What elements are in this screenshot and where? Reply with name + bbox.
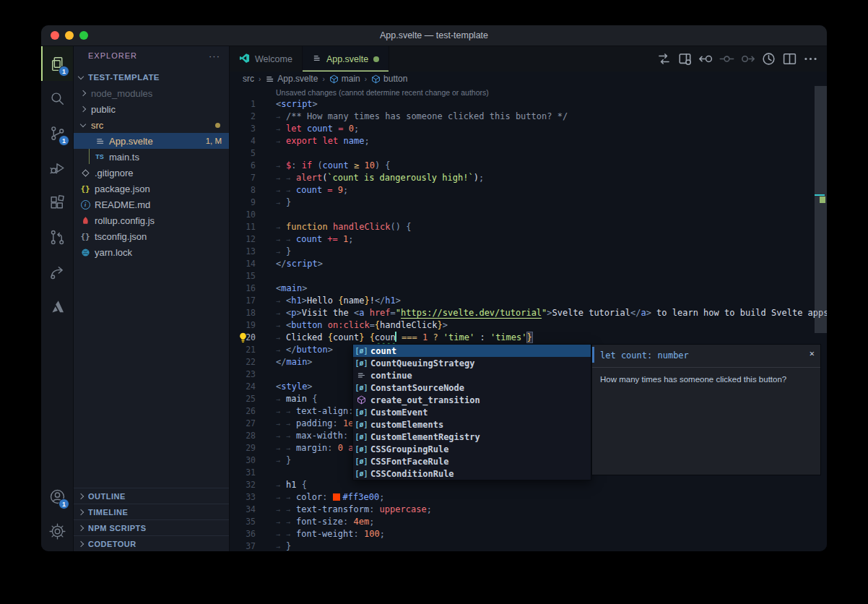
suggest-item-count[interactable]: [ø]count <box>353 345 591 357</box>
split-editor-icon[interactable] <box>782 51 797 66</box>
code-line-32[interactable]: 32→h1 { <box>230 479 827 491</box>
code-line-3[interactable]: 3→let count = 0; <box>230 123 827 135</box>
minimize-window-button[interactable] <box>65 31 74 40</box>
code-line-9[interactable]: 9→} <box>230 197 827 209</box>
activity-search[interactable] <box>41 81 73 116</box>
code-line-16[interactable]: 16<main> <box>230 282 827 295</box>
line-number: 5 <box>230 147 256 160</box>
code-line-14[interactable]: 14</script> <box>230 258 827 270</box>
suggest-item-customelementregistry[interactable]: [ø]CustomElementRegistry <box>353 431 591 443</box>
suggest-item-cssconditionrule[interactable]: [ø]CSSConditionRule <box>353 467 591 480</box>
code-line-10[interactable]: 10 <box>230 209 827 221</box>
tab-welcome[interactable]: Welcome <box>230 46 303 72</box>
activity-extensions[interactable] <box>41 185 73 220</box>
line-number: 28 <box>230 430 256 442</box>
code-line-17[interactable]: 17→<h1>Hello {name}!</h1> <box>230 295 827 307</box>
code-line-18[interactable]: 18→<p>Visit the <a href="https://svelte.… <box>230 307 827 319</box>
activity-source-control[interactable]: 1 <box>41 116 73 150</box>
line-content: </main> <box>256 356 313 368</box>
code-line-4[interactable]: 4→export let name; <box>230 135 827 147</box>
tree-item-main-ts[interactable]: TSmain.ts <box>74 149 229 165</box>
code-line-13[interactable]: 13→} <box>230 246 827 258</box>
navigate-back-icon[interactable] <box>698 51 713 66</box>
next-change-icon[interactable] <box>740 51 755 66</box>
lightbulb-icon[interactable] <box>238 332 248 347</box>
zoom-window-button[interactable] <box>79 31 88 40</box>
line-content: →Clicked {count} {coun === 1 ? 'time' : … <box>256 332 532 344</box>
suggest-item-constantsourcenode[interactable]: [ø]ConstantSourceNode <box>353 381 591 394</box>
code-line-2[interactable]: 2→/** How many times has someone clicked… <box>230 111 827 123</box>
section-label: TIMELINE <box>88 508 128 517</box>
code-line-36[interactable]: 36→→font-weight: 100; <box>230 528 827 540</box>
open-preview-side-icon[interactable] <box>677 51 693 66</box>
tree-item-src[interactable]: src <box>74 117 229 133</box>
activity-github-pull-request[interactable] <box>41 220 73 254</box>
activity-run-debug[interactable] <box>41 150 73 185</box>
activity-explorer[interactable]: 1 <box>41 46 73 81</box>
tab-app-svelte[interactable]: App.svelte <box>303 46 389 72</box>
code-line-11[interactable]: 11→function handleClick() { <box>230 221 827 233</box>
suggest-item-customelements[interactable]: [ø]customElements <box>353 418 591 431</box>
sidebar-header: EXPLORER ··· <box>74 46 229 65</box>
tree-item-readme-md[interactable]: iREADME.md <box>74 197 229 212</box>
tree-item--gitignore[interactable]: .gitignore <box>74 165 229 181</box>
line-number: 29 <box>230 442 256 454</box>
rollup-icon <box>79 215 91 226</box>
suggest-item-customevent[interactable]: [ø]CustomEvent <box>353 406 591 418</box>
code-line-34[interactable]: 34→→text-transform: uppercase; <box>230 504 827 516</box>
codelens-annotation[interactable]: Unsaved changes (cannot determine recent… <box>230 87 827 98</box>
suggest-item-cssgroupingrule[interactable]: [ø]CSSGroupingRule <box>353 443 591 455</box>
code-line-33[interactable]: 33→→color: #ff3e00; <box>230 491 827 504</box>
editor-scrollbar[interactable] <box>815 86 827 333</box>
tree-item-app-svelte[interactable]: App.svelte1, M <box>74 133 229 149</box>
close-icon[interactable]: ✕ <box>810 348 815 358</box>
code-line-35[interactable]: 35→→font-size: 4em; <box>230 516 827 528</box>
section-codetour[interactable]: CODETOUR <box>74 535 229 551</box>
activity-bar: 11 1 <box>41 46 74 551</box>
explorer-more-actions-button[interactable]: ··· <box>209 51 220 61</box>
tree-item-rollup-config-js[interactable]: rollup.config.js <box>74 212 229 228</box>
code-line-6[interactable]: 6→$: if (count ≥ 10) { <box>230 160 827 172</box>
section-outline[interactable]: OUTLINE <box>74 488 229 504</box>
open-changes-icon[interactable] <box>656 51 672 66</box>
symbol-keyword-icon <box>355 371 368 380</box>
breadcrumb-item-app-svelte[interactable]: App.svelte <box>265 74 318 84</box>
activity-azure[interactable] <box>41 289 73 324</box>
timeline-icon[interactable] <box>761 51 776 66</box>
activity-account[interactable]: 1 <box>41 479 73 514</box>
previous-change-icon[interactable] <box>719 51 734 66</box>
code-line-15[interactable]: 15 <box>230 270 827 282</box>
tree-item-public[interactable]: public <box>74 101 229 117</box>
line-content: →→count = 9; <box>256 184 348 197</box>
code-line-19[interactable]: 19→<button on:click={handleClick}> <box>230 319 827 332</box>
suggest-item-cssfontfacerule[interactable]: [ø]CSSFontFaceRule <box>353 455 591 467</box>
tree-item-package-json[interactable]: {}package.json <box>74 181 229 197</box>
code-line-1[interactable]: 1<script> <box>230 98 827 111</box>
code-line-5[interactable]: 5 <box>230 147 827 160</box>
suggest-item-countqueuingstrategy[interactable]: [ø]CountQueuingStrategy <box>353 357 591 369</box>
chevron-right-icon <box>78 493 84 499</box>
breadcrumb-item-src[interactable]: src <box>243 74 254 84</box>
line-content <box>256 147 276 160</box>
code-line-8[interactable]: 8→→count = 9; <box>230 184 827 197</box>
more-actions-icon[interactable] <box>803 51 818 66</box>
suggest-item-create_out_transition[interactable]: create_out_transition <box>353 394 591 406</box>
section-timeline[interactable]: TIMELINE <box>74 504 229 519</box>
code-line-37[interactable]: 37→} <box>230 540 827 551</box>
file-label: public <box>91 104 116 115</box>
tree-item-yarn-lock[interactable]: yarn.lock <box>74 244 229 260</box>
tree-item-tsconfig-json[interactable]: {}tsconfig.json <box>74 228 229 244</box>
code-line-7[interactable]: 7→→alert(`count is dangerously high!`); <box>230 172 827 184</box>
activity-settings[interactable] <box>41 514 73 548</box>
project-root-row[interactable]: TEST-TEMPLATE <box>74 69 229 85</box>
breadcrumb-item-button[interactable]: button <box>371 74 407 84</box>
code-line-20[interactable]: 20→Clicked {count} {coun === 1 ? 'time' … <box>230 332 827 344</box>
suggest-details-panel: let count: number How many times has som… <box>591 344 821 475</box>
code-line-12[interactable]: 12→→count += 1; <box>230 233 827 246</box>
tree-item-node-modules[interactable]: node_modules <box>74 85 229 101</box>
suggest-item-continue[interactable]: continue <box>353 369 591 381</box>
breadcrumb-item-main[interactable]: main <box>329 74 360 84</box>
close-window-button[interactable] <box>51 31 59 40</box>
activity-live-share[interactable] <box>41 254 73 289</box>
section-npm-scripts[interactable]: NPM SCRIPTS <box>74 519 229 535</box>
